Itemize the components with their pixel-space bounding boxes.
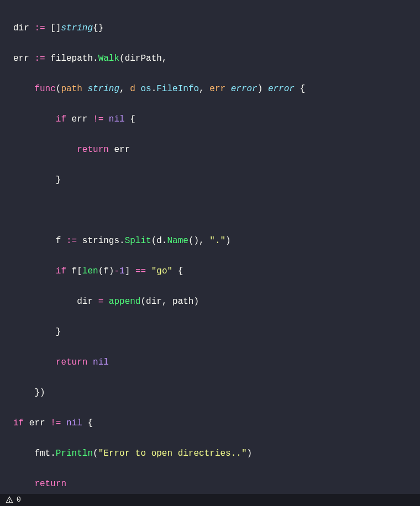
code-line: if f[len(f)-1] == "go" { — [13, 264, 420, 280]
code-line — [13, 203, 420, 219]
code-line: if err != nil { — [13, 416, 420, 431]
code-line: } — [13, 173, 420, 188]
code-line: if err != nil { — [13, 112, 420, 128]
code-line: }) — [13, 386, 420, 401]
code-line: return — [13, 477, 420, 492]
code-line: func(path string, d os.FileInfo, err err… — [13, 82, 420, 97]
code-editor[interactable]: dir := []string{} err := filepath.Walk(d… — [0, 0, 420, 506]
status-bar: 0 — [0, 494, 420, 506]
code-line: f := strings.Split(d.Name(), ".") — [13, 234, 420, 249]
code-line: return err — [13, 143, 420, 158]
code-line: return nil — [13, 355, 420, 371]
svg-point-1 — [9, 502, 9, 502]
code-line: dir = append(dir, path) — [13, 294, 420, 310]
warning-count[interactable]: 0 — [17, 492, 21, 506]
code-line: err := filepath.Walk(dirPath, — [13, 51, 420, 67]
code-line: fmt.Println("Error to open directries.."… — [13, 446, 420, 462]
code-line: dir := []string{} — [13, 21, 420, 36]
code-line: } — [13, 325, 420, 340]
warning-icon[interactable] — [6, 496, 13, 504]
